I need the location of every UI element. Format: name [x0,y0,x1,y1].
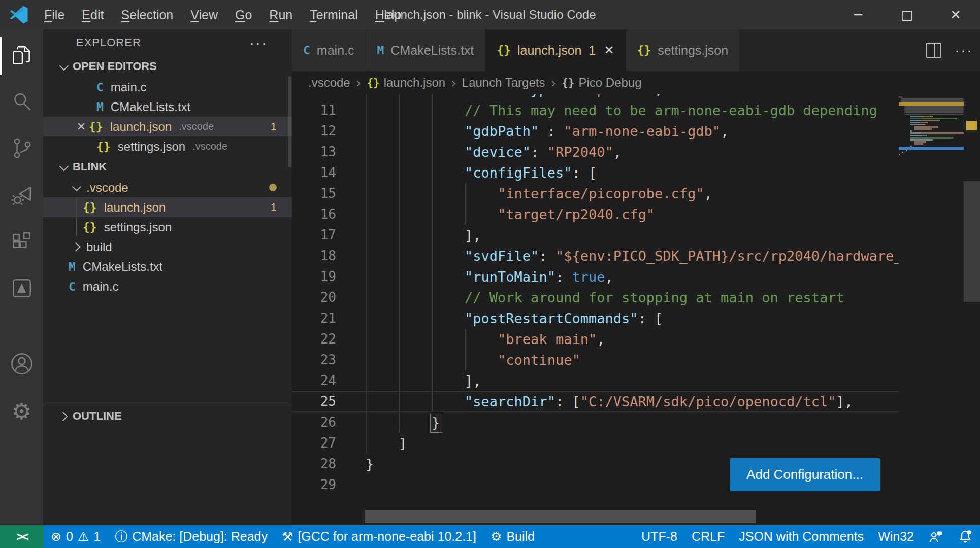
scrollbar-thumb[interactable] [964,181,980,302]
minimap[interactable] [899,94,964,525]
folder-name: build [86,240,112,254]
problems-icon: ⊗ [51,529,61,544]
tree-item-build[interactable]: build [43,237,292,257]
account-icon[interactable] [0,341,43,386]
file-type-icon: {} [637,44,651,57]
menu-edit[interactable]: Edit [73,0,112,29]
line-number: 15 [292,183,366,204]
add-configuration-button[interactable]: Add Configuration... [730,458,880,491]
menu-run[interactable]: Run [260,0,301,29]
open-editor-item-settings.json[interactable]: {}settings.json.vscode [43,136,292,156]
code-line-19: 19 "runToMain": true, [292,266,899,287]
line-content: "continue" [366,350,899,370]
code-line-16: 16 "target/rp2040.cfg" [292,204,899,225]
breadcrumb-item-.vscode[interactable]: .vscode [308,76,350,90]
file-type-icon: {} [83,221,97,234]
file-name: settings.json [118,140,185,154]
status-text: CRLF [692,529,725,544]
line-number: 18 [292,246,366,266]
tree-item-settings.json[interactable]: {}settings.json [43,217,292,237]
cmake-icon[interactable] [0,266,43,311]
manage-settings-icon[interactable]: ⚙ [0,389,43,433]
notifications-icon [958,529,973,544]
feedback-icon [928,529,943,544]
extensions-icon[interactable] [0,219,43,264]
close-icon[interactable]: ✕ [74,120,89,133]
status-problems[interactable]: ⊗0⚠1 [44,525,108,548]
sidebar-more-actions[interactable]: ··· [249,29,268,56]
cmake-build-icon: ⚙ [491,529,502,544]
minimap-line [910,120,940,121]
section-label: OPEN EDITORS [73,60,157,73]
close-button[interactable]: ✕ [931,0,980,29]
tabs: Cmain.cMCMakeLists.txt{}launch.json1✕{}s… [292,29,740,71]
cmake-kit-icon: ⚒ [282,529,293,544]
tab-label: main.c [317,43,354,58]
status-eol-sequence[interactable]: CRLF [684,525,732,548]
remote-indicator[interactable]: >< [0,525,44,548]
menu-terminal[interactable]: Terminal [301,0,366,29]
tab-main.c[interactable]: Cmain.c [292,29,366,71]
line-content: "runToMain": true, [366,266,899,287]
status-text: UTF-8 [641,529,677,544]
tab-CMakeLists.txt[interactable]: MCMakeLists.txt [366,29,486,71]
outline-section[interactable]: OUTLINE [43,405,292,427]
open-editors-header[interactable]: OPEN EDITORS [43,56,292,77]
search-icon[interactable] [0,79,43,124]
horizontal-scrollbar[interactable] [365,510,756,523]
tree-item-.vscode[interactable]: .vscode [43,178,292,197]
maximize-button[interactable]: □ [883,0,931,29]
tab-launch.json[interactable]: {}launch.json1✕ [485,29,626,71]
breadcrumb-item-Pico Debug[interactable]: {}Pico Debug [562,76,641,90]
line-content: "device": "RP2040", [366,142,899,162]
line-number: 28 [292,454,366,474]
breadcrumb-item-launch.json[interactable]: {}launch.json [367,76,445,90]
menu-view[interactable]: View [182,0,226,29]
line-content: "searchDir": ["C:/VSARM/sdk/pico/openocd… [366,391,899,412]
open-editor-item-launch.json[interactable]: ✕{}launch.json.vscode1 [43,117,292,136]
code-line-11: 11 // This may need to be arm-none-eabi-… [292,100,899,121]
tree-item-CMakeLists.txt[interactable]: MCMakeLists.txt [43,257,292,277]
file-type-icon: {} [83,201,97,214]
status-encoding[interactable]: UTF-8 [634,525,684,548]
status-bar: >< ⊗0⚠1ⓘCMake: [Debug]: Ready⚒[GCC for a… [0,525,980,548]
menu-go[interactable]: Go [226,0,260,29]
menu-file[interactable]: File [36,0,73,29]
code-lines: 10 "servertype": "openocd",11 // This ma… [292,94,899,495]
status-cmake-kit[interactable]: ⚒[GCC for arm-none-eabi 10.2.1] [275,525,483,548]
menu-help[interactable]: Help [367,0,410,29]
close-icon[interactable]: ✕ [604,43,614,57]
status-cmake-build[interactable]: ⚙Build [483,525,542,548]
minimap-line [904,111,964,113]
file-type-icon: {} [96,140,111,153]
status-notifications[interactable] [951,525,980,548]
chevron-down-icon [59,61,69,70]
scrollbar-marker [966,121,977,130]
split-editor-icon[interactable] [926,43,941,58]
open-editor-item-main.c[interactable]: Cmain.c [43,77,292,97]
minimize-button[interactable]: ─ [834,0,883,29]
status-platform[interactable]: Win32 [871,525,921,548]
explorer-icon[interactable] [0,33,43,78]
breadcrumb-separator: › [356,75,361,91]
breadcrumb-item-Launch Targets[interactable]: Launch Targets [462,76,545,90]
code-editor[interactable]: 10 "servertype": "openocd",11 // This ma… [292,94,899,525]
source-control-icon[interactable] [0,126,43,170]
tree-item-main.c[interactable]: Cmain.c [43,277,292,296]
status-feedback[interactable] [921,525,951,548]
sidebar-scrollbar[interactable] [288,76,291,167]
line-number: 19 [292,266,366,287]
menu-selection[interactable]: Selection [112,0,182,29]
workspace-folder-header[interactable]: BLINK [43,156,292,178]
tree-item-launch.json[interactable]: {}launch.json1 [43,197,292,217]
code-line-17: 17 ], [292,225,899,246]
line-number: 10 [292,94,366,100]
status-cmake-status[interactable]: ⓘCMake: [Debug]: Ready [108,525,275,548]
open-editor-item-CMakeLists.txt[interactable]: MCMakeLists.txt [43,97,292,117]
run-and-debug-icon[interactable] [0,173,43,217]
editor-more-actions-icon[interactable]: ··· [955,42,973,59]
vertical-scrollbar[interactable] [964,94,980,525]
tab-settings.json[interactable]: {}settings.json [626,29,740,71]
status-language-mode[interactable]: JSON with Comments [732,525,871,548]
line-number: 20 [292,287,366,308]
